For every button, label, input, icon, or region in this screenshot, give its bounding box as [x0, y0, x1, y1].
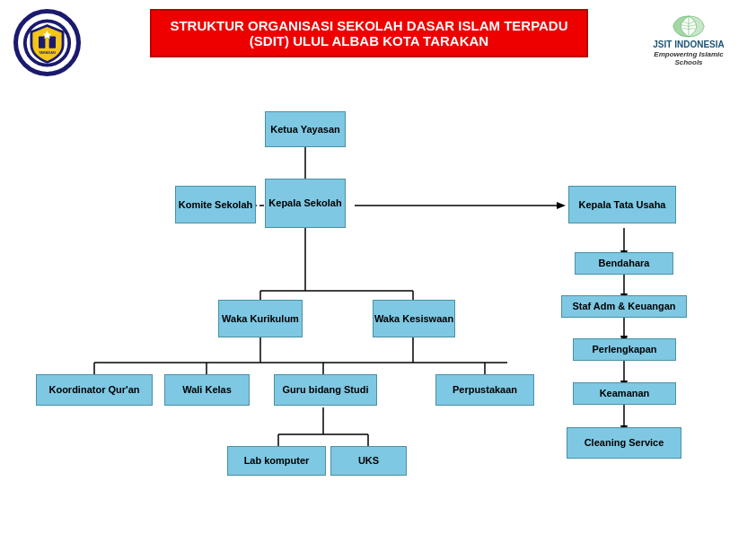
svg-line-11 [682, 22, 689, 24]
svg-marker-17 [557, 202, 566, 209]
staf-adm-box: Staf Adm & Keuangan [561, 295, 687, 318]
svg-line-13 [682, 29, 689, 30]
lab-komputer-box: Lab komputer [227, 446, 326, 476]
jsit-logo-icon [666, 13, 711, 39]
keamanan-box: Keamanan [573, 382, 676, 405]
guru-bidang-box: Guru bidang Studi [274, 374, 377, 406]
uks-box: UKS [330, 446, 407, 476]
svg-text:TARAKAN: TARAKAN [39, 51, 56, 55]
koordinator-box: Koordinator Qur'an [36, 374, 153, 406]
svg-rect-4 [46, 36, 49, 48]
page: TARAKAN STRUKTUR ORGANISASI SEKOLAH DASA… [0, 0, 756, 534]
svg-line-10 [689, 29, 695, 30]
bendahara-box: Bendahara [575, 252, 673, 275]
page-title: STRUKTUR ORGANISASI SEKOLAH DASAR ISLAM … [150, 9, 587, 57]
cleaning-service-box: Cleaning Service [567, 427, 681, 459]
perlengkapan-box: Perlengkapan [573, 338, 676, 361]
waka-kurikulum-box: Waka Kurikulum [218, 300, 303, 337]
perpustakaan-box: Perpustakaan [435, 374, 534, 406]
org-chart: Ketua Yayasan Komite Sekolah Kepala Seko… [9, 62, 747, 502]
jsit-name: JSIT INDONESIA [639, 39, 738, 50]
kepala-sekolah-box: Kepala Sekolah [265, 179, 346, 228]
waka-kesiswaan-box: Waka Kesiswaan [373, 300, 455, 337]
komite-sekolah-box: Komite Sekolah [175, 186, 256, 223]
svg-line-9 [689, 25, 696, 27]
svg-line-8 [689, 22, 695, 24]
header: TARAKAN STRUKTUR ORGANISASI SEKOLAH DASA… [9, 9, 747, 57]
svg-line-12 [681, 25, 689, 27]
kepala-tata-usaha-box: Kepala Tata Usaha [568, 186, 676, 223]
wali-kelas-box: Wali Kelas [164, 374, 250, 406]
ketua-yayasan-box: Ketua Yayasan [265, 111, 346, 147]
logo-right: JSIT INDONESIA Empowering Islamic School… [639, 13, 738, 67]
